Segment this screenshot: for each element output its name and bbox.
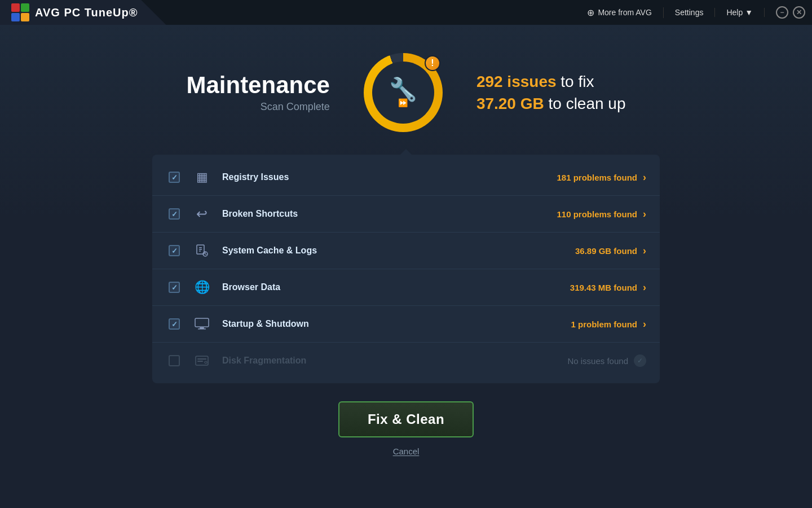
wrench-icon: 🔧 xyxy=(389,78,417,100)
svg-rect-10 xyxy=(197,361,203,362)
help-btn[interactable]: Help ▼ xyxy=(715,8,765,17)
logo-sq-yellow xyxy=(21,13,29,21)
header-right: 292 issues to fix 37.20 GB to clean up xyxy=(476,71,626,115)
cleanup-suffix: to clean up xyxy=(549,95,626,112)
settings-btn[interactable]: Settings xyxy=(664,8,716,17)
browser-icon: 🌐 xyxy=(192,277,212,297)
checkbox-cache-box[interactable] xyxy=(169,245,180,256)
logo-sq-blue xyxy=(11,13,20,21)
registry-icon: ▦ xyxy=(192,167,212,187)
checkbox-browser-box[interactable] xyxy=(169,282,180,293)
cache-label: System Cache & Logs xyxy=(222,246,575,256)
cancel-link[interactable]: Cancel xyxy=(393,446,420,456)
settings-label: Settings xyxy=(675,8,704,17)
cache-count: 36.89 GB found xyxy=(575,246,637,256)
help-label: Help ▼ xyxy=(726,8,753,17)
results-panel: ▦ Registry Issues 181 problems found › ↪… xyxy=(152,155,660,383)
status-icon: 🔧 ⏩ ! xyxy=(364,53,443,132)
alert-badge: ! xyxy=(425,55,440,71)
svg-rect-2 xyxy=(199,249,202,250)
disk-result: No issues found ✓ xyxy=(567,354,646,367)
checkbox-cache[interactable] xyxy=(166,245,183,256)
cache-chevron-icon: › xyxy=(643,245,646,257)
shortcuts-chevron-icon: › xyxy=(643,208,646,220)
checkbox-registry-box[interactable] xyxy=(169,172,180,183)
issues-suffix: to fix xyxy=(561,73,594,90)
browser-label: Browser Data xyxy=(222,282,570,292)
avg-logo-icon xyxy=(11,3,29,21)
maintenance-title: Maintenance xyxy=(186,72,329,98)
header-section: Maintenance Scan Complete 🔧 ⏩ ! 292 issu… xyxy=(0,25,812,155)
startup-count: 1 problem found xyxy=(571,319,638,329)
svg-rect-7 xyxy=(198,329,206,330)
svg-rect-3 xyxy=(199,251,201,252)
startup-icon xyxy=(192,314,212,334)
browser-count: 319.43 MB found xyxy=(570,283,637,292)
svg-rect-6 xyxy=(200,327,204,329)
svg-rect-5 xyxy=(195,318,209,327)
registry-chevron-icon: › xyxy=(643,172,646,183)
app-title: AVG PC TuneUp® xyxy=(35,6,138,19)
browser-result: 319.43 MB found › xyxy=(570,282,646,294)
cache-result: 36.89 GB found › xyxy=(575,245,646,257)
shortcuts-icon: ↪ xyxy=(192,204,212,224)
cache-icon xyxy=(192,240,212,261)
shortcuts-result: 110 problems found › xyxy=(557,208,646,220)
cleanup-count: 37.20 GB xyxy=(476,95,544,112)
issues-line-2: 37.20 GB to clean up xyxy=(476,93,626,115)
circle-inner: 🔧 ⏩ xyxy=(372,62,434,124)
shortcuts-label: Broken Shortcuts xyxy=(222,209,557,219)
result-row-browser[interactable]: 🌐 Browser Data 319.43 MB found › xyxy=(152,269,660,306)
checkbox-disk-box[interactable] xyxy=(169,355,180,366)
svg-point-11 xyxy=(205,361,207,364)
browser-chevron-icon: › xyxy=(643,282,646,294)
result-row-disk: Disk Fragmentation No issues found ✓ xyxy=(152,343,660,379)
result-row-startup[interactable]: Startup & Shutdown 1 problem found › xyxy=(152,306,660,343)
checkbox-startup[interactable] xyxy=(166,318,183,330)
registry-result: 181 problems found › xyxy=(557,172,646,183)
result-row-cache[interactable]: System Cache & Logs 36.89 GB found › xyxy=(152,233,660,269)
checkbox-shortcuts-box[interactable] xyxy=(169,208,180,220)
disk-icon xyxy=(192,351,212,371)
circle-ring: 🔧 ⏩ ! xyxy=(364,53,443,132)
disk-label: Disk Fragmentation xyxy=(222,356,567,366)
issues-count: 292 issues xyxy=(476,73,557,90)
more-from-avg-label: More from AVG xyxy=(598,8,651,17)
plus-circle-icon: ⊕ xyxy=(587,7,594,18)
titlebar: AVG PC TuneUp® ⊕ More from AVG Settings … xyxy=(0,0,812,25)
startup-chevron-icon: › xyxy=(643,318,646,330)
result-row-shortcuts[interactable]: ↪ Broken Shortcuts 110 problems found › xyxy=(152,196,660,233)
result-row-registry[interactable]: ▦ Registry Issues 181 problems found › xyxy=(152,159,660,196)
checkbox-disk[interactable] xyxy=(166,355,183,366)
disk-count: No issues found xyxy=(567,356,628,366)
more-from-avg-btn[interactable]: ⊕ More from AVG xyxy=(576,7,663,18)
startup-label: Startup & Shutdown xyxy=(222,319,571,329)
svg-rect-1 xyxy=(199,247,202,248)
close-button[interactable]: ✕ xyxy=(793,6,805,19)
logo-sq-green xyxy=(21,3,29,12)
svg-rect-9 xyxy=(197,358,206,360)
minimize-button[interactable]: − xyxy=(776,6,788,19)
checkbox-registry[interactable] xyxy=(166,172,183,183)
logo-area: AVG PC TuneUp® xyxy=(0,0,166,25)
registry-count: 181 problems found xyxy=(557,173,637,182)
fix-clean-button[interactable]: Fix & Clean xyxy=(338,401,474,437)
titlebar-nav: ⊕ More from AVG Settings Help ▼ − ✕ xyxy=(576,6,805,19)
window-controls: − ✕ xyxy=(776,6,805,19)
logo-sq-red xyxy=(11,3,20,12)
issues-line-1: 292 issues to fix xyxy=(476,71,626,93)
button-area: Fix & Clean Cancel xyxy=(338,401,474,456)
header-left: Maintenance Scan Complete xyxy=(186,72,329,112)
titlebar-left: AVG PC TuneUp® xyxy=(0,0,166,25)
scan-complete-label: Scan Complete xyxy=(186,101,329,113)
registry-label: Registry Issues xyxy=(222,172,557,182)
disk-check-icon: ✓ xyxy=(634,354,646,367)
checkbox-shortcuts[interactable] xyxy=(166,208,183,220)
checkbox-startup-box[interactable] xyxy=(169,318,180,330)
checkbox-browser[interactable] xyxy=(166,282,183,293)
shortcuts-count: 110 problems found xyxy=(557,209,637,219)
speed-icon: ⏩ xyxy=(398,98,408,107)
main-content: Maintenance Scan Complete 🔧 ⏩ ! 292 issu… xyxy=(0,25,812,508)
startup-result: 1 problem found › xyxy=(571,318,647,330)
